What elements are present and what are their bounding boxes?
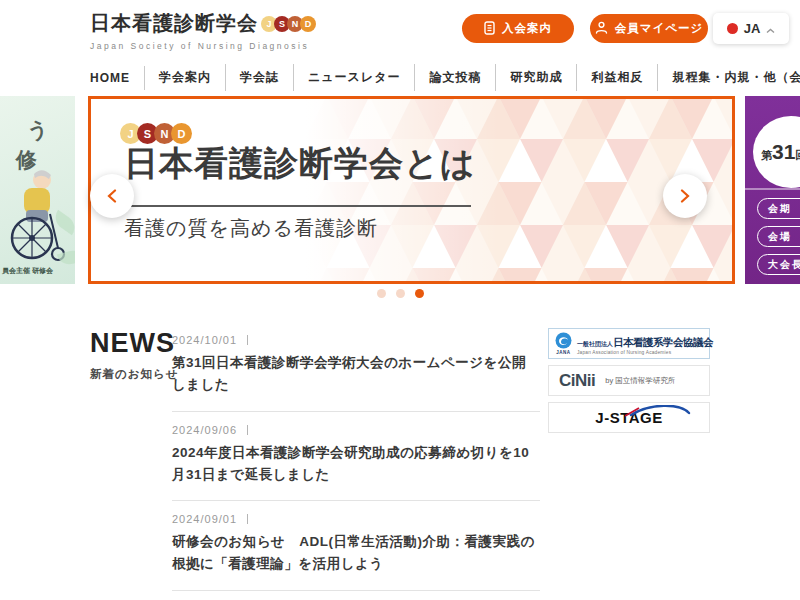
news-date: 2024/09/06 <box>172 424 237 436</box>
jana-org-name: 日本看護系学会協議会 <box>613 336 713 348</box>
conference-prefix: 第 <box>761 149 772 161</box>
jstage-swoosh-icon <box>625 405 695 417</box>
language-selector[interactable]: JA <box>713 13 789 44</box>
cinii-caption: by 国立情報学研究所 <box>605 376 675 386</box>
news-item-title: 第31回日本看護診断学会学術大会のホームページを公開しました <box>172 352 540 397</box>
main-nav: HOME 学会案内 学会誌 ニュースレター 論文投稿 研究助成 利益相反 規程集… <box>90 64 800 91</box>
news-date: 2024/10/01 <box>172 334 237 346</box>
conference-suffix: 回 <box>795 149 800 161</box>
jsnd-badge-icon: J S N D <box>124 123 192 144</box>
nav-item-home[interactable]: HOME <box>90 66 145 90</box>
jana-logo-text: JANA <box>556 350 570 355</box>
site-logo[interactable]: 日本看護診断学会 J S N D Japan Society of Nursin… <box>90 10 316 51</box>
carousel-slide-previous[interactable]: う 修 員会主催 研修会 <box>0 96 75 284</box>
news-heading: NEWS <box>90 328 179 359</box>
conference-number-badge: 第31回 <box>753 116 800 188</box>
prev-slide-footer-text: 員会主催 研修会 <box>2 266 53 276</box>
prev-slide-text-fragment: う <box>27 116 49 144</box>
site-title: 日本看護診断学会 <box>90 10 258 37</box>
nav-item-coi[interactable]: 利益相反 <box>577 64 658 91</box>
mypage-button[interactable]: 会員マイページ <box>590 14 708 43</box>
nav-item-grants[interactable]: 研究助成 <box>496 64 577 91</box>
news-item-title: 研修会のお知らせ ADL(日常生活活動)介助：看護実践の根拠に「看護理論」を活用… <box>172 531 540 576</box>
chevron-right-icon <box>680 189 690 203</box>
slide-divider <box>124 205 471 207</box>
chevron-left-icon <box>107 189 117 203</box>
site-subtitle: Japan Society of Nursing Diagnosis <box>90 41 316 51</box>
news-date: 2024/09/01 <box>172 513 237 525</box>
news-meta-divider <box>247 514 248 524</box>
slide-title: 日本看護診断学会とは <box>124 141 476 187</box>
header: 日本看護診断学会 J S N D Japan Society of Nursin… <box>0 0 800 58</box>
jana-org-subtitle: Japan Association of Nursing Academies <box>577 350 713 355</box>
join-button-label: 入会案内 <box>502 21 552 36</box>
document-icon <box>484 21 495 37</box>
nav-item-about[interactable]: 学会案内 <box>145 64 226 91</box>
cinii-logo-text: CiNii <box>559 371 595 391</box>
badge-circle-d: D <box>171 123 192 144</box>
next-slide-divider <box>745 188 800 190</box>
news-list: 2024/10/01 第31回日本看護診断学会学術大会のホームページを公開しまし… <box>172 322 540 600</box>
news-item[interactable]: 2024/09/01 研修会のお知らせ ADL(日常生活活動)介助：看護実践の根… <box>172 501 540 591</box>
carousel-slide-next[interactable]: 第31回 会期 会場 大会長 <box>745 96 800 284</box>
news-item[interactable]: 2024/09/06 2024年度日本看護診断学会研究助成の応募締め切りを10月… <box>172 412 540 502</box>
news-meta-divider <box>247 335 248 345</box>
carousel-dots <box>0 289 800 298</box>
jana-banner-link[interactable]: JANA 一般社団法人日本看護系学会協議会 Japan Association … <box>548 328 710 359</box>
carousel-dot-2[interactable] <box>396 289 405 298</box>
jana-logo-icon <box>555 332 572 349</box>
japan-flag-icon <box>727 23 738 34</box>
news-item[interactable]: 2024/08/28研修会開催 研修会のお知らせ Zoomによる研修会「効果的な… <box>172 591 540 600</box>
carousel-slide-main[interactable]: J S N D 日本看護診断学会とは 看護の質を高める看護診断 <box>88 96 735 284</box>
conference-venue-button[interactable]: 会場 <box>757 226 800 247</box>
conference-chair-button[interactable]: 大会長 <box>757 254 800 275</box>
logo-circle-d: D <box>300 16 316 32</box>
chevron-up-icon <box>766 20 775 38</box>
conference-dates-button[interactable]: 会期 <box>757 198 800 219</box>
nav-item-regulations[interactable]: 規程集・内規・他（会員専用） <box>658 64 800 91</box>
jana-org-prefix: 一般社団法人 <box>577 341 613 347</box>
nav-item-journal[interactable]: 学会誌 <box>226 64 294 91</box>
carousel-dot-1[interactable] <box>377 289 386 298</box>
join-button[interactable]: 入会案内 <box>462 14 574 43</box>
page: 日本看護診断学会 J S N D Japan Society of Nursin… <box>0 0 800 600</box>
news-subheading: 新着のお知らせ <box>90 367 179 382</box>
slide-subtitle: 看護の質を高める看護診断 <box>124 215 378 242</box>
jstage-banner-link[interactable]: J-STAGE <box>548 402 710 433</box>
carousel-next-button[interactable] <box>663 174 707 218</box>
person-icon <box>595 21 608 36</box>
news-meta-divider <box>247 425 248 435</box>
news-section-header: NEWS 新着のお知らせ <box>90 328 179 382</box>
nav-item-newsletter[interactable]: ニュースレター <box>294 64 415 91</box>
mypage-button-label: 会員マイページ <box>615 21 704 36</box>
news-item-title: 2024年度日本看護診断学会研究助成の応募締め切りを10月31日まで延長しました <box>172 442 540 487</box>
jsnd-logo-icon: J S N D <box>264 16 316 32</box>
cinii-banner-link[interactable]: CiNii by 国立情報学研究所 <box>548 365 710 396</box>
news-item[interactable]: 2024/10/01 第31回日本看護診断学会学術大会のホームページを公開しまし… <box>172 322 540 412</box>
carousel-prev-button[interactable] <box>90 174 134 218</box>
carousel-dot-3-active[interactable] <box>415 289 424 298</box>
nav-item-submission[interactable]: 論文投稿 <box>415 64 496 91</box>
sidebar-banners: JANA 一般社団法人日本看護系学会協議会 Japan Association … <box>548 328 710 433</box>
language-label: JA <box>744 21 761 36</box>
conference-number: 31 <box>772 140 795 163</box>
